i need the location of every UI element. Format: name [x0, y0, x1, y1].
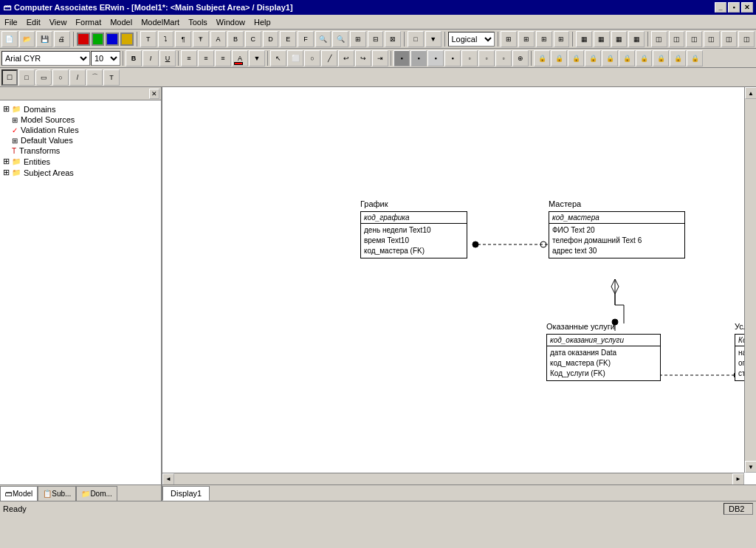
lock7[interactable]: 🔒	[636, 50, 652, 66]
tb-r9[interactable]: ◫	[721, 31, 738, 47]
align-left[interactable]: ≡	[181, 50, 197, 66]
draw-ellipse[interactable]: ○	[52, 69, 69, 86]
conn2[interactable]: ↪	[355, 50, 371, 66]
fill4[interactable]: ▪	[444, 50, 461, 66]
scroll-down-button[interactable]: ▼	[745, 461, 756, 473]
oval-tool[interactable]: ○	[304, 50, 320, 66]
scroll-right-button[interactable]: ►	[732, 473, 744, 485]
conn1[interactable]: ↩	[338, 50, 354, 66]
tb-zoom[interactable]: ⊟	[368, 31, 384, 47]
tb-r2[interactable]: ▦	[594, 31, 610, 47]
indent-tool[interactable]: ⤵	[158, 31, 174, 47]
tb-fit[interactable]: ⊠	[385, 31, 401, 47]
tb-c[interactable]: C	[245, 31, 261, 47]
tb-grid3[interactable]: ⊞	[536, 31, 552, 47]
tb-rect[interactable]: □	[408, 31, 424, 47]
lock1[interactable]: 🔒	[534, 50, 550, 66]
text-color[interactable]: A	[232, 50, 248, 66]
tb-r4[interactable]: ▦	[628, 31, 645, 47]
tb-grid2[interactable]: ⊞	[518, 31, 535, 47]
tree-item-default-values[interactable]: ⊞ Default Values	[0, 135, 161, 145]
tb-btn3[interactable]	[106, 32, 119, 46]
tab-sub[interactable]: 📋 Sub...	[38, 486, 76, 501]
tb-r5[interactable]: ◫	[651, 31, 667, 47]
line-tool[interactable]: ╱	[321, 50, 337, 66]
fill3[interactable]: ▪	[427, 50, 444, 66]
conn3[interactable]: ⇥	[372, 50, 388, 66]
draw-poly[interactable]: ⌒	[86, 69, 103, 86]
align-center[interactable]: ≡	[198, 50, 214, 66]
lock9[interactable]: 🔒	[670, 50, 686, 66]
save-button[interactable]: 💾	[36, 31, 52, 47]
tb-btn4[interactable]	[120, 32, 134, 46]
tb-r10[interactable]: ◫	[738, 31, 755, 47]
tree-item-subject-areas[interactable]: ⊞ 📁 Subject Areas	[0, 167, 161, 178]
expand-icon[interactable]: ⊞	[3, 104, 10, 114]
bold-button[interactable]: B	[126, 50, 142, 66]
panel-close-button[interactable]: ✕	[149, 89, 159, 99]
tree-item-entities[interactable]: ⊞ 📁 Entities	[0, 156, 161, 167]
tb-btn2[interactable]	[92, 32, 105, 46]
italic-button[interactable]: I	[142, 50, 159, 66]
lock3[interactable]: 🔒	[568, 50, 584, 66]
expand-subject[interactable]: ⊞	[3, 168, 10, 177]
tb-r1[interactable]: ▦	[576, 31, 592, 47]
menu-window[interactable]: Window	[212, 16, 250, 28]
window-controls[interactable]: _ ▪ ✕	[715, 2, 753, 13]
tab-dom[interactable]: 📁 Dom...	[76, 486, 117, 501]
tb-grid1[interactable]: ⊞	[501, 31, 517, 47]
menu-modelmart[interactable]: ModelMart	[137, 16, 184, 28]
menu-file[interactable]: File	[0, 16, 22, 28]
tb-grid4[interactable]: ⊞	[554, 31, 570, 47]
tb-f[interactable]: F	[298, 31, 314, 47]
lock5[interactable]: 🔒	[602, 50, 618, 66]
tb-r7[interactable]: ◫	[686, 31, 702, 47]
lock6[interactable]: 🔒	[619, 50, 635, 66]
tree-item-transforms[interactable]: T Transforms	[0, 145, 161, 156]
open-button[interactable]: 📂	[19, 31, 35, 47]
fill5[interactable]: ▫	[461, 50, 478, 66]
lock8[interactable]: 🔒	[653, 50, 669, 66]
fill8[interactable]: ⊕	[512, 50, 529, 66]
tb-r3[interactable]: ▦	[611, 31, 628, 47]
tb-r8[interactable]: ◫	[704, 31, 720, 47]
fill2[interactable]: ▪	[410, 50, 427, 66]
align-right[interactable]: ≡	[215, 50, 231, 66]
tb-arrow-down[interactable]: ▼	[425, 31, 441, 47]
menu-edit[interactable]: Edit	[22, 16, 45, 28]
canvas-area[interactable]: График код_графика день недели Text10 вр…	[162, 87, 756, 484]
draw-rect[interactable]: □	[18, 69, 35, 86]
tb-r6[interactable]: ◫	[669, 31, 685, 47]
menu-model[interactable]: Model	[106, 16, 137, 28]
tab-display1[interactable]: Display1	[162, 486, 210, 501]
vertical-scrollbar[interactable]: ▲ ▼	[744, 87, 756, 473]
text-tool[interactable]: T	[140, 31, 157, 47]
tb-b[interactable]: B	[227, 31, 244, 47]
tb-a[interactable]: A	[210, 31, 227, 47]
draw-text[interactable]: T	[103, 69, 120, 86]
tb-e[interactable]: E	[280, 31, 296, 47]
close-button[interactable]: ✕	[741, 2, 753, 13]
grafik-entity[interactable]: код_графика день недели Text10 время Tex…	[360, 211, 467, 258]
lock2[interactable]: 🔒	[551, 50, 567, 66]
paragraph-tool[interactable]: ¶	[175, 31, 191, 47]
tree-item-validation-rules[interactable]: ✓ Validation Rules	[0, 125, 161, 135]
restore-button[interactable]: ▪	[728, 2, 740, 13]
fill-color[interactable]: ▼	[249, 50, 265, 66]
underline-button[interactable]: U	[159, 50, 176, 66]
expand-entities[interactable]: ⊞	[3, 157, 10, 166]
fill1[interactable]: ▪	[394, 50, 410, 66]
tb-magnify[interactable]: 🔍	[315, 31, 331, 47]
text2-tool[interactable]: Ŧ	[193, 31, 209, 47]
okazannye-entity[interactable]: код_оказания_услуги дата оказания Data к…	[546, 334, 661, 381]
horizontal-scrollbar[interactable]: ◄ ►	[162, 473, 744, 484]
tb-frame[interactable]: ⊞	[350, 31, 366, 47]
font-size-select[interactable]: 10 8 12	[91, 51, 120, 66]
eraser-tool[interactable]: ⬜	[287, 50, 303, 66]
menu-view[interactable]: View	[45, 16, 72, 28]
fill6[interactable]: ▫	[478, 50, 495, 66]
tree-item-domains[interactable]: ⊞ 📁 Domains	[0, 103, 161, 114]
tab-model[interactable]: 🗃 Model	[0, 486, 38, 501]
draw-select[interactable]: ☐	[1, 69, 18, 86]
cursor-tool[interactable]: ↖	[270, 50, 286, 66]
